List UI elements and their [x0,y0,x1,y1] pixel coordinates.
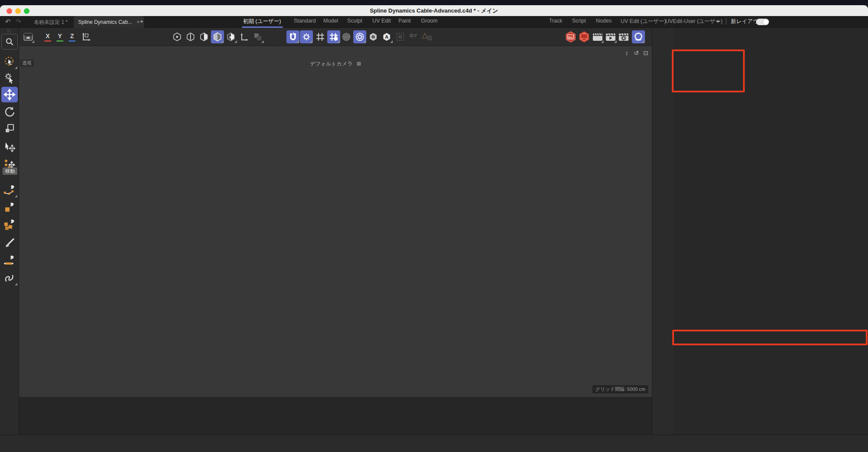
svg-text:RV: RV [569,36,573,39]
zoom-window-button[interactable] [24,8,30,14]
hex-visibility-button[interactable] [367,30,380,43]
layout-tab-script[interactable]: Script [572,18,586,24]
move-tool[interactable] [1,87,18,102]
viewport-nav: ↕ ↺ ⊡ [613,49,650,56]
new-scene-button[interactable] [22,30,35,43]
triangle-gear-button[interactable] [421,30,434,43]
minimize-window-button[interactable] [15,8,21,14]
doc-tab-active[interactable]: Spline Dynamics Cab... × [74,16,144,28]
layout-tab-sculpt[interactable]: Sculpt [347,18,362,24]
quantize-button[interactable] [327,30,340,43]
timeline [19,397,652,435]
snap-magnet-button[interactable] [286,30,299,43]
redshift-button[interactable] [632,30,645,43]
maximize-view-icon[interactable]: ⊡ [641,49,650,56]
render-view-button[interactable]: RV [564,30,577,43]
volume-pen-tool[interactable] [1,217,18,233]
render-play-button[interactable] [604,30,617,43]
grid-spacing-label: グリッド間隔: 5000 cm [592,385,648,393]
layout-tab-uv-edit-[interactable]: UV Edit (ユーザー) [621,18,666,25]
undo-icon[interactable]: ↶ [5,18,11,26]
doc-tab-label: Spline Dynamics Cab... [78,19,132,25]
layout-tab--[interactable]: 初期 (ユーザー) [243,18,281,25]
render-settings-button[interactable] [617,30,630,43]
camera-lock-icon: ⊞ [357,61,361,67]
hex-annotate-button[interactable]: A [380,30,393,43]
mode-polygons-button[interactable] [197,30,210,43]
mode-model-button[interactable] [211,30,224,43]
gear-circle-button[interactable] [353,30,366,43]
transform-tool[interactable] [1,139,18,154]
layout-tab-uvedit-user-[interactable]: UVEdit-User (ユーザー) [665,18,723,25]
layout-tab-model[interactable]: Model [323,18,338,24]
main-toolbar: XYZARV [0,28,674,46]
viewport-scene [19,47,652,397]
axis-lock-x-button[interactable]: X [43,30,53,43]
dolly-icon[interactable]: ↕ [622,49,631,56]
sketch-tool[interactable] [1,270,18,286]
axis-mode-button[interactable] [238,30,251,43]
viewport-search-tool[interactable] [1,34,18,49]
tube-pen-tool[interactable] [1,253,18,269]
mode-points-button[interactable] [171,30,184,43]
grid-button[interactable] [314,30,327,43]
c4d-window: Spline Dynamics Cable-Advanced.c4d * - メ… [0,0,868,452]
window-title: Spline Dynamics Cable-Advanced.c4d * - メ… [0,5,868,16]
desktop-strip [0,0,868,5]
layout-toggle[interactable] [756,19,769,25]
right-create-palette [652,28,674,435]
tweak-tool[interactable] [1,70,18,86]
layout-tab-groom[interactable]: Groom [421,18,437,24]
close-window-button[interactable] [7,8,12,14]
viewport[interactable]: 透視 デフォルトカメラ ⊞ ↕ ↺ ⊡ グリッド間隔: 5000 cm [19,46,652,397]
viewport-camera-label[interactable]: デフォルトカメラ ⊞ [19,60,652,68]
right-panel [674,28,868,435]
camera-label-text: デフォルトカメラ [310,61,352,67]
layout-tab-track[interactable]: Track [549,18,562,24]
spline-pen-tool[interactable] [1,182,18,198]
snap-settings-button[interactable] [300,30,313,43]
mode-texture-button[interactable] [224,30,237,43]
doc-tab-untitled[interactable]: 名称未設定 1 * [34,19,68,26]
window-titlebar: Spline Dynamics Cable-Advanced.c4d * - メ… [0,5,868,16]
mode-edges-button[interactable] [184,30,197,43]
left-palette-grip[interactable] [7,29,11,33]
rotate-tool[interactable] [1,104,18,120]
selection-dotted-button[interactable] [394,30,407,43]
layout-tab-nodes[interactable]: Nodes [596,18,612,24]
workplane-button[interactable] [251,30,264,43]
scale-tool[interactable] [1,121,18,136]
left-tool-palette [0,28,19,435]
primitive-pen-tool[interactable] [1,200,18,215]
document-tabbar: ↶ ↷ 名称未設定 1 * Spline Dynamics Cab... × +… [0,16,868,28]
svg-text:A: A [385,34,388,39]
rings-button[interactable] [340,30,353,43]
layout-tab-paint[interactable]: Paint [398,18,411,24]
brush-tool[interactable] [1,236,18,251]
material-manager-bar [0,435,868,452]
render-region-button[interactable] [578,30,591,43]
move-tooltip: 移動 [3,167,17,175]
axis-lock-z-button[interactable]: Z [67,30,77,43]
selection-list-button[interactable] [407,30,420,43]
axis-lock-y-button[interactable]: Y [55,30,65,43]
render-clapper-button[interactable] [591,30,604,43]
orbit-icon[interactable]: ↺ [632,49,641,56]
coordinate-system-button[interactable] [79,30,94,43]
add-layout-icon[interactable]: + [716,17,720,25]
redo-icon[interactable]: ↷ [16,18,21,26]
add-tab-icon[interactable]: + [140,17,144,25]
close-tab-icon[interactable]: × [137,19,140,25]
layout-tab-standard[interactable]: Standard [294,18,316,24]
layout-tab-uv-edit[interactable]: UV Edit [372,18,391,24]
live-selection-tool[interactable] [1,54,18,69]
add-null-button[interactable] [654,37,672,52]
